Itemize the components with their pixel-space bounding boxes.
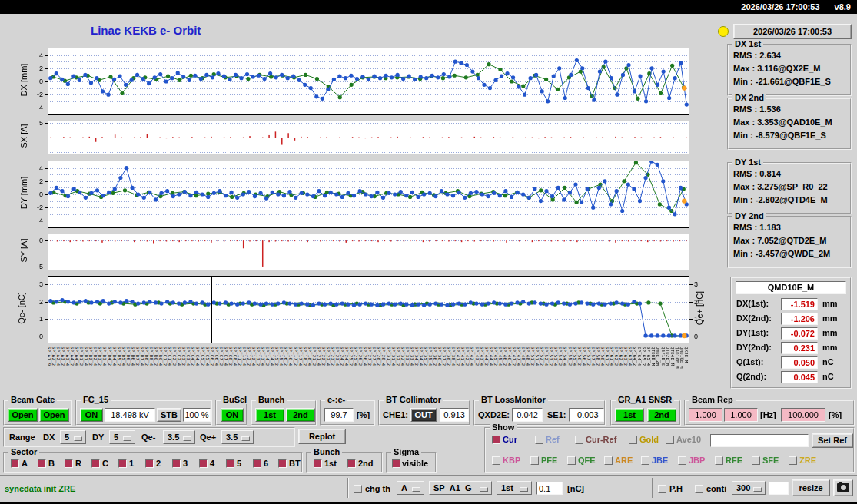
sector-r-checkbox[interactable] bbox=[65, 459, 73, 468]
gr-snsr-1st-button[interactable]: 1st bbox=[615, 408, 644, 422]
camera-button[interactable] bbox=[833, 479, 853, 496]
show-kbp-checkbox[interactable] bbox=[492, 456, 500, 465]
chg-th-checkbox[interactable] bbox=[354, 485, 362, 493]
bpm-label: SP_11_2 bbox=[238, 346, 242, 366]
bt-collimator-title: BT Collimator bbox=[384, 395, 443, 404]
sector-5-checkbox[interactable] bbox=[226, 459, 234, 468]
ph-checkbox[interactable] bbox=[658, 485, 666, 493]
sx-steering-chart bbox=[15, 121, 707, 154]
interval-select[interactable]: 300 bbox=[732, 481, 766, 495]
show-qfe-checkbox[interactable] bbox=[567, 456, 576, 465]
show-zre-checkbox[interactable] bbox=[789, 456, 797, 465]
sigma-visible-checkbox[interactable] bbox=[392, 459, 400, 468]
set-ref-input[interactable] bbox=[710, 434, 809, 447]
gr-snsr-2nd-button[interactable]: 2nd bbox=[647, 408, 676, 422]
aux-input[interactable] bbox=[769, 482, 789, 495]
dx-1st-min: Min : -21.661@QBF1E_S bbox=[733, 75, 831, 88]
show-ref-checkbox[interactable] bbox=[535, 436, 543, 444]
show-cur-checkbox[interactable] bbox=[492, 436, 500, 444]
bpm-label: SP_A2_2 bbox=[51, 346, 56, 366]
show-ave10-checkbox[interactable] bbox=[666, 436, 674, 444]
bpm-label: SP_33_4 bbox=[410, 346, 414, 366]
bpm-label: SP_33_2 bbox=[405, 346, 410, 366]
show-sfe-checkbox[interactable] bbox=[752, 456, 760, 465]
bpm-label: SP_16_4 bbox=[288, 346, 293, 366]
bpm-label: SP_54_4 bbox=[563, 346, 567, 366]
sector-1-checkbox[interactable] bbox=[118, 459, 127, 468]
bpm-label: SP_31_4 bbox=[391, 346, 396, 366]
busel-on-button[interactable]: ON bbox=[221, 408, 244, 422]
set-ref-button[interactable]: Set Ref bbox=[812, 433, 853, 448]
bunch-1st-checkbox[interactable] bbox=[314, 459, 322, 468]
show-are-checkbox[interactable] bbox=[604, 456, 613, 465]
show-cur-ref-checkbox[interactable] bbox=[575, 436, 583, 444]
bunch-2nd-checkbox[interactable] bbox=[347, 459, 356, 468]
show-jbp-checkbox[interactable] bbox=[678, 456, 686, 465]
fc15-percent-field: 100 % bbox=[183, 408, 211, 422]
bunch-1st-button[interactable]: 1st bbox=[255, 408, 284, 422]
bpm-select[interactable]: SP_A1_G bbox=[429, 481, 492, 495]
bpm-label: SP_17_2 bbox=[294, 346, 298, 366]
sector-3-checkbox[interactable] bbox=[172, 459, 181, 468]
bpm-label: SP_57_4 bbox=[591, 346, 596, 366]
replot-button[interactable]: Replot bbox=[298, 429, 346, 444]
sector-c-label: C bbox=[102, 459, 108, 468]
bpm-label: SP_B7_4 bbox=[140, 346, 144, 366]
qmd-row-value: -0.072 bbox=[781, 327, 818, 340]
beam-gate-open-button-2[interactable]: Open bbox=[39, 408, 69, 422]
qmd-row-unit: mm bbox=[822, 313, 838, 323]
sector-select[interactable]: A bbox=[397, 481, 424, 495]
resize-button[interactable]: resize bbox=[792, 479, 830, 496]
conti-checkbox[interactable] bbox=[695, 485, 703, 493]
sector-4-checkbox[interactable] bbox=[199, 459, 208, 468]
show-jbe-checkbox[interactable] bbox=[641, 456, 649, 465]
bpm-label: SP_B5_2 bbox=[117, 346, 121, 366]
qmd-row-value: -1.519 bbox=[781, 298, 818, 310]
threshold-input[interactable] bbox=[536, 482, 563, 495]
range-group: Range DX 5 DY 5 Qe- 3.5 Qe+ 3.5 bbox=[3, 427, 295, 447]
bpm-label: SP_B7_2 bbox=[135, 346, 140, 366]
bpm-label: SP_44_2 bbox=[484, 346, 489, 366]
sector-6-checkbox[interactable] bbox=[253, 459, 261, 468]
bpm-label: SP_32_4 bbox=[400, 346, 405, 366]
ph-label: P.H bbox=[669, 484, 683, 493]
bpm-label: SP_34_2 bbox=[414, 346, 419, 366]
qmd-row-label: DX(1st): bbox=[736, 299, 769, 308]
range-qe-plus-select[interactable]: 3.5 bbox=[221, 430, 254, 444]
fc15-group: FC_15 ON 18.498 kV STB 100 % bbox=[75, 400, 212, 426]
sy-steering-chart bbox=[15, 234, 707, 270]
beam-gate-open-button-1[interactable]: Open bbox=[8, 408, 38, 422]
dx-1st-stats-box: DX 1st RMS : 2.634 Max : 3.116@QX2E_M Mi… bbox=[727, 44, 852, 96]
fc15-stb-button[interactable]: STB bbox=[157, 408, 181, 422]
range-dy-label: DY bbox=[92, 433, 104, 442]
sector-bt-checkbox[interactable] bbox=[278, 459, 287, 468]
bpm-label: SP_B6_2 bbox=[126, 346, 131, 366]
dx-2nd-stats-box: DX 2nd RMS : 1.536 Max : 3.353@QAD10E_M … bbox=[727, 98, 852, 150]
timestamp-display: 2026/03/26 17:00:53 bbox=[733, 24, 852, 39]
sector-a-checkbox[interactable] bbox=[11, 459, 19, 468]
sector-c-checkbox[interactable] bbox=[91, 459, 100, 468]
sx-axis-label: SX [A] bbox=[19, 109, 28, 163]
bpm-label: SP_28_4 bbox=[381, 346, 386, 366]
bunch-select[interactable]: 1st bbox=[497, 481, 532, 495]
dy-2nd-stats-title: DY 2nd bbox=[732, 211, 766, 220]
show-rfe-checkbox[interactable] bbox=[715, 456, 723, 465]
range-qe-minus-select[interactable]: 3.5 bbox=[163, 430, 195, 444]
range-dx-select[interactable]: 5 bbox=[60, 430, 86, 444]
bpm-label: SP_C7_4 bbox=[224, 346, 228, 366]
show-gold-checkbox[interactable] bbox=[629, 436, 637, 444]
bpm-label: SP_31_2 bbox=[387, 346, 391, 366]
titlebar-datetime: 2026/03/26 17:00:53 bbox=[741, 2, 819, 12]
range-dx-label: DX bbox=[43, 433, 55, 442]
sy-axis-label: SY [A] bbox=[19, 224, 28, 277]
sector-b-checkbox[interactable] bbox=[38, 459, 46, 468]
fc15-on-button[interactable]: ON bbox=[80, 408, 103, 422]
bunch-2nd-button[interactable]: 2nd bbox=[286, 408, 315, 422]
sector-2-checkbox[interactable] bbox=[145, 459, 154, 468]
show-pfe-checkbox[interactable] bbox=[530, 456, 539, 465]
dx-axis-label: DX [mm] bbox=[19, 53, 28, 107]
dy-1st-max: Max : 3.275@SP_R0_22 bbox=[733, 181, 828, 194]
dy-2nd-stats-box: DY 2nd RMS : 1.183 Max : 7.052@QTD2E_M M… bbox=[727, 216, 852, 268]
range-dy-select[interactable]: 5 bbox=[109, 430, 135, 444]
che1-out-button[interactable]: OUT bbox=[410, 408, 437, 422]
